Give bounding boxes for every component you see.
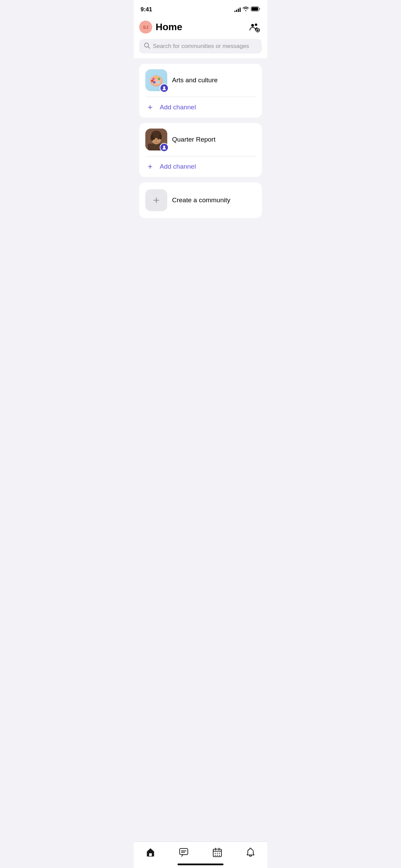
add-community-button[interactable] bbox=[247, 20, 262, 34]
community-badge-arts bbox=[160, 84, 169, 93]
status-time: 9:41 bbox=[141, 6, 152, 13]
svg-rect-1 bbox=[252, 7, 258, 11]
svg-point-17 bbox=[151, 80, 154, 82]
community-card-arts: Arts and culture + Add channel bbox=[139, 64, 262, 118]
create-community-label: Create a community bbox=[172, 196, 230, 204]
search-placeholder: Search for communities or messages bbox=[153, 43, 249, 50]
search-icon bbox=[144, 43, 150, 50]
community-name-quarter: Quarter Report bbox=[172, 136, 216, 143]
svg-point-27 bbox=[159, 134, 162, 140]
search-bar[interactable]: Search for communities or messages bbox=[139, 39, 262, 53]
search-container: Search for communities or messages bbox=[134, 39, 267, 58]
svg-point-31 bbox=[163, 146, 165, 148]
svg-point-29 bbox=[158, 138, 159, 140]
add-channel-icon-quarter: + bbox=[145, 162, 155, 171]
svg-point-13 bbox=[153, 78, 155, 80]
svg-point-15 bbox=[158, 78, 160, 80]
svg-point-12 bbox=[157, 81, 160, 84]
avatar[interactable]: SJ bbox=[139, 21, 152, 34]
status-icons bbox=[234, 7, 260, 13]
svg-point-14 bbox=[155, 76, 158, 79]
add-channel-label-quarter: Add channel bbox=[160, 163, 196, 170]
svg-point-18 bbox=[163, 86, 165, 88]
add-channel-button-quarter[interactable]: + Add channel bbox=[139, 156, 262, 177]
signal-icon bbox=[234, 7, 241, 12]
svg-point-30 bbox=[156, 140, 157, 141]
battery-icon bbox=[251, 7, 260, 13]
community-name-arts: Arts and culture bbox=[172, 76, 218, 84]
svg-point-2 bbox=[251, 24, 254, 27]
create-community-row[interactable]: + Create a community bbox=[139, 182, 262, 218]
add-channel-label-arts: Add channel bbox=[160, 104, 196, 111]
add-channel-button-arts[interactable]: + Add channel bbox=[139, 97, 262, 118]
content-area: Arts and culture + Add channel bbox=[134, 58, 267, 218]
page-title: Home bbox=[156, 22, 247, 33]
svg-point-26 bbox=[150, 134, 154, 141]
svg-point-3 bbox=[255, 24, 257, 26]
community-row-quarter[interactable]: Quarter Report bbox=[139, 123, 262, 156]
add-channel-icon-arts: + bbox=[145, 103, 155, 112]
status-bar: 9:41 bbox=[134, 0, 267, 16]
svg-point-16 bbox=[153, 81, 156, 84]
community-badge-quarter bbox=[160, 143, 169, 152]
header: SJ Home bbox=[134, 16, 267, 39]
community-card-quarter: Quarter Report + Add channel bbox=[139, 123, 262, 177]
svg-point-28 bbox=[154, 138, 155, 140]
create-community-icon: + bbox=[145, 189, 167, 211]
community-row-arts[interactable]: Arts and culture bbox=[139, 64, 262, 97]
create-community-card[interactable]: + Create a community bbox=[139, 182, 262, 218]
community-icon-wrap-arts bbox=[145, 69, 167, 91]
add-community-icon bbox=[248, 21, 261, 33]
community-icon-wrap-quarter bbox=[145, 129, 167, 150]
wifi-icon bbox=[243, 7, 249, 13]
svg-line-9 bbox=[148, 47, 150, 48]
